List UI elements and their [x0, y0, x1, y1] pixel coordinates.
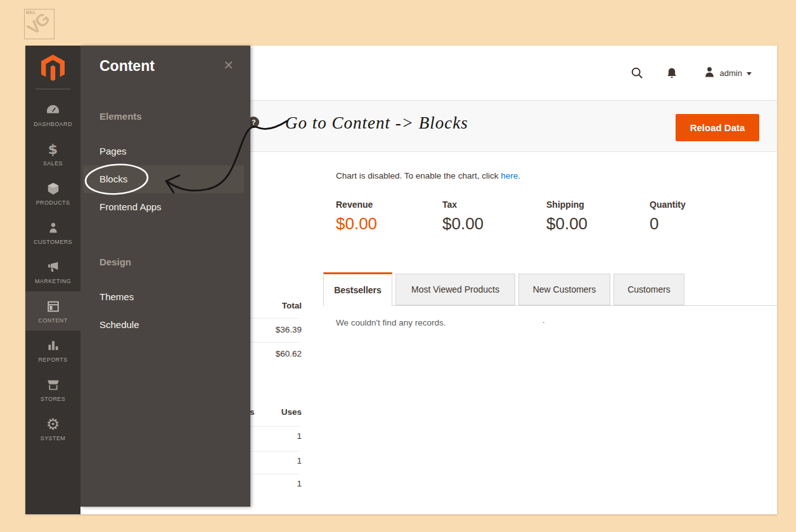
empty-records-message: We couldn't find any records.	[336, 318, 446, 327]
stat-value: 0	[650, 214, 686, 234]
table-row-divider	[251, 318, 299, 319]
sidebar-item-customers[interactable]: CUSTOMERS	[25, 213, 80, 252]
stat-shipping: Shipping $0.00	[546, 200, 587, 234]
sidebar-item-content[interactable]: CONTENT	[25, 291, 80, 331]
sidebar-item-label: CONTENT	[38, 317, 67, 324]
uses-table-cell: 1	[251, 456, 302, 466]
sidebar-item-products[interactable]: PRODUCTS	[25, 174, 80, 213]
notifications-bell-icon[interactable]	[665, 66, 678, 80]
stat-tax: Tax $0.00	[442, 200, 484, 234]
sidebar-item-label: DASHBOARD	[34, 121, 72, 127]
uses-table-cell: 1	[251, 479, 302, 488]
stat-label: Tax	[442, 200, 484, 210]
search-icon[interactable]	[630, 66, 644, 80]
stat-value: $0.00	[442, 214, 484, 234]
table-row-divider	[251, 342, 299, 343]
sidebar-item-label: PRODUCTS	[36, 200, 70, 206]
chart-note-text: Chart is disabled. To enable the chart, …	[336, 171, 501, 180]
menu-item-frontend-apps[interactable]: Frontend Apps	[80, 193, 250, 221]
caret-down-icon	[747, 72, 752, 75]
chart-note-period: .	[518, 171, 520, 180]
sidebar-item-label: MARKETING	[35, 278, 71, 284]
sales-icon: $	[48, 142, 58, 157]
customers-icon	[48, 220, 59, 236]
table-row-divider	[251, 451, 299, 452]
sidebar-item-stores[interactable]: STORES	[25, 370, 80, 409]
section-heading-design: Design	[100, 256, 131, 267]
products-icon	[46, 181, 60, 196]
uses-column-header: Uses	[251, 407, 302, 417]
admin-window: admin ? Go to Content -> Blocks Reload D…	[25, 46, 777, 514]
sidebar-item-reports[interactable]: REPORTS	[25, 331, 80, 370]
stat-label: Revenue	[336, 200, 377, 210]
stray-period: .	[542, 315, 545, 325]
stat-value: $0.00	[336, 214, 377, 234]
table-row-divider	[251, 474, 299, 474]
sidebar-item-label: STORES	[41, 396, 65, 402]
belvg-watermark-logo: BEL VG	[24, 9, 55, 39]
tab-customers[interactable]: Customers	[613, 274, 684, 305]
menu-item-themes[interactable]: Themes	[80, 283, 250, 311]
stat-value: $0.00	[546, 214, 587, 234]
sidebar-item-system[interactable]: ⚙ SYSTEM	[25, 409, 80, 448]
system-gear-icon: ⚙	[46, 417, 60, 432]
menu-item-schedule[interactable]: Schedule	[80, 311, 250, 339]
section-heading-elements: Elements	[100, 111, 142, 122]
menu-item-pages[interactable]: Pages	[80, 137, 250, 165]
stat-quantity: Quantity 0	[650, 200, 686, 234]
totals-column-header: Total	[251, 301, 302, 310]
sidebar-item-dashboard[interactable]: DASHBOARD	[25, 95, 80, 134]
sidebar-item-marketing[interactable]: MARKETING	[25, 252, 80, 291]
close-icon[interactable]: ✕	[223, 58, 234, 73]
tab-most-viewed-products[interactable]: Most Viewed Products	[395, 274, 515, 305]
chart-disabled-note: Chart is disabled. To enable the chart, …	[336, 171, 520, 180]
admin-account-menu[interactable]: admin	[703, 66, 752, 80]
flyout-title: Content	[100, 58, 155, 75]
reload-data-button[interactable]: Reload Data	[676, 114, 759, 141]
sidebar-item-label: SYSTEM	[41, 435, 65, 441]
content-flyout-menu: Content ✕ Elements Pages Blocks Frontend…	[80, 46, 250, 507]
totals-table-cell: $60.62	[251, 349, 302, 358]
tab-new-customers[interactable]: New Customers	[518, 274, 610, 305]
sidebar-item-label: CUSTOMERS	[34, 239, 72, 245]
reports-icon	[47, 338, 60, 353]
content-icon	[46, 299, 60, 314]
admin-username: admin	[720, 68, 742, 78]
sidebar-item-label: REPORTS	[38, 357, 67, 363]
admin-sidebar: DASHBOARD $ SALES PRODUCTS	[25, 46, 80, 514]
dashboard-icon	[46, 103, 60, 118]
table-row-divider	[251, 426, 299, 427]
marketing-icon	[46, 260, 60, 275]
sidebar-item-sales[interactable]: $ SALES	[25, 134, 80, 174]
stat-label: Shipping	[546, 200, 587, 210]
sidebar-nav: DASHBOARD $ SALES PRODUCTS	[25, 95, 80, 448]
tab-bestsellers[interactable]: Bestsellers	[323, 272, 392, 306]
tutorial-annotation-text: Go to Content -> Blocks	[285, 113, 468, 133]
stat-label: Quantity	[650, 200, 686, 210]
sidebar-divider	[35, 89, 70, 89]
dashboard-tabs: Bestsellers Most Viewed Products New Cus…	[323, 272, 684, 306]
stat-revenue: Revenue $0.00	[336, 200, 377, 234]
uses-table-cell: 1	[251, 431, 302, 441]
enable-chart-link[interactable]: here	[501, 171, 518, 180]
stores-icon	[46, 377, 60, 393]
sidebar-item-label: SALES	[43, 160, 63, 167]
totals-table-cell: $36.39	[251, 325, 302, 334]
tutorial-page: { "watermark": { "small": "BEL", "large"…	[0, 0, 796, 532]
magento-logo[interactable]	[25, 46, 80, 85]
menu-item-blocks[interactable]: Blocks	[83, 165, 244, 193]
user-icon	[703, 66, 716, 80]
